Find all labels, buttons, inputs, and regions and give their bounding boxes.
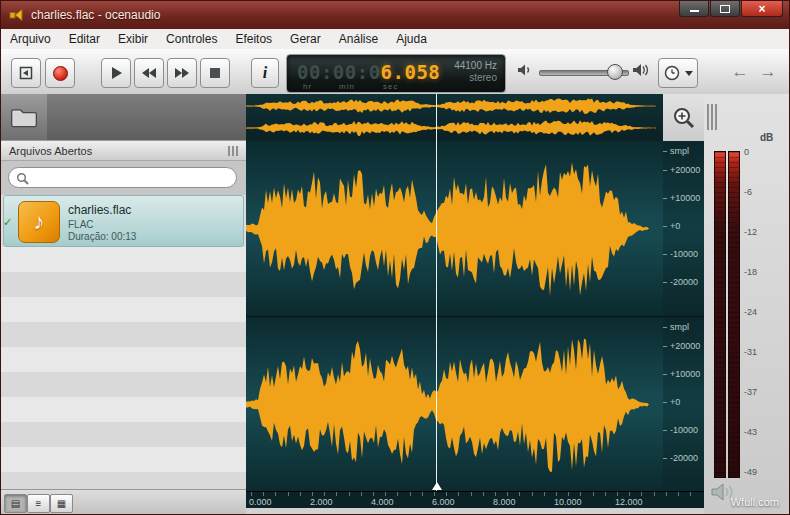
meter-db-tick: 0 <box>744 147 749 157</box>
timeline-label: 4.000 <box>371 497 394 507</box>
scale-label: +0 <box>670 397 680 407</box>
view-detail-button[interactable]: ▤ <box>4 494 27 513</box>
stop-button[interactable] <box>200 58 230 88</box>
meter-db-tick: -12 <box>744 227 757 237</box>
menu-item-controles[interactable]: Controles <box>157 29 226 49</box>
minimize-button[interactable] <box>679 1 709 17</box>
menu-item-gerar[interactable]: Gerar <box>281 29 330 49</box>
menu-item-editar[interactable]: Editar <box>60 29 109 49</box>
scale-tick <box>663 327 667 328</box>
audio-file-icon: ♪ <box>18 201 60 243</box>
search-icon <box>16 172 30 186</box>
waveform-channel-right[interactable] <box>246 316 663 491</box>
playhead-marker[interactable] <box>432 482 442 490</box>
open-files-tab[interactable] <box>1 94 47 140</box>
chevron-down-icon <box>685 71 693 76</box>
db-label: dB <box>760 132 773 143</box>
timeline-ticks <box>251 492 691 496</box>
meter-db-tick: -31 <box>744 347 757 357</box>
timeline-label: 2.000 <box>310 497 333 507</box>
time-display: 00:00:06.058 44100 Hz stereo hr min sec <box>286 54 506 93</box>
zoom-in-icon[interactable] <box>672 106 696 130</box>
sidebar-bottom-bar: ▤ ≡ ▦ <box>1 489 246 515</box>
watermark: Wfull.com <box>731 496 779 508</box>
arrow-left-icon: ← <box>732 62 749 82</box>
maximize-icon <box>720 5 730 13</box>
folder-icon <box>9 105 39 129</box>
menu-item-exibir[interactable]: Exibir <box>109 29 157 49</box>
volume-low-icon[interactable] <box>517 62 533 78</box>
go-to-start-button[interactable] <box>11 58 41 88</box>
rewind-button[interactable] <box>134 58 164 88</box>
scale-label: -10000 <box>670 425 698 435</box>
arrow-right-icon: → <box>760 62 777 82</box>
scale-label: smpl <box>670 146 689 156</box>
music-note-icon: ♪ <box>34 209 45 235</box>
file-list-empty-rows <box>1 247 246 489</box>
play-button[interactable] <box>101 58 131 88</box>
fast-forward-button[interactable] <box>167 58 197 88</box>
scale-label: +20000 <box>670 165 700 175</box>
maximize-button[interactable] <box>710 1 740 17</box>
unit-min-label: min <box>339 82 355 91</box>
scale-tick <box>663 282 667 283</box>
fast-forward-icon <box>173 64 191 82</box>
volume-slider-knob[interactable] <box>607 64 623 80</box>
view-grid-button[interactable]: ▦ <box>50 494 73 513</box>
check-icon: ✓ <box>3 216 12 229</box>
waveform-overview[interactable] <box>246 94 663 142</box>
title-bar[interactable]: charlies.flac - ocenaudio × <box>1 1 790 29</box>
timeline-label: 10.000 <box>554 497 582 507</box>
nav-forward-button[interactable]: → <box>755 60 781 84</box>
channel-right-wave <box>246 317 663 492</box>
menu-item-anlise[interactable]: Análise <box>330 29 387 49</box>
playhead-cursor[interactable] <box>436 94 437 491</box>
meter-db-tick: -37 <box>744 387 757 397</box>
meter-db-tick: -49 <box>744 467 757 477</box>
view-list-button[interactable]: ≡ <box>27 494 50 513</box>
channel-mode-label: stereo <box>469 72 497 83</box>
time-format-button[interactable] <box>658 58 698 88</box>
close-button[interactable]: × <box>741 1 783 17</box>
waveform-channel-left[interactable] <box>246 141 663 316</box>
record-button[interactable] <box>45 58 75 88</box>
menu-bar: ArquivoEditarExibirControlesEfeitosGerar… <box>1 29 790 50</box>
search-input[interactable] <box>35 170 229 187</box>
menu-item-efeitos[interactable]: Efeitos <box>226 29 281 49</box>
record-icon <box>53 66 68 81</box>
time-value: 6.058 <box>381 61 441 83</box>
scale-label: +0 <box>670 221 680 231</box>
unit-sec-label: sec <box>383 82 398 91</box>
scale-tick <box>663 254 667 255</box>
meter-db-tick: -6 <box>744 187 752 197</box>
menu-item-arquivo[interactable]: Arquivo <box>1 29 60 49</box>
panel-grip-icon[interactable] <box>228 146 238 156</box>
view-detail-icon: ▤ <box>11 498 20 509</box>
bottom-chrome <box>246 508 704 515</box>
timeline-label: 6.000 <box>432 497 455 507</box>
info-button[interactable]: i <box>251 58 279 88</box>
amplitude-scale-left: smpl+20000+10000+0-10000-20000 <box>663 141 704 316</box>
play-icon <box>107 64 125 82</box>
app-icon <box>9 7 25 23</box>
menu-item-ajuda[interactable]: Ajuda <box>387 29 436 49</box>
info-icon: i <box>263 64 267 82</box>
stop-icon <box>206 64 224 82</box>
volume-high-icon[interactable] <box>632 61 650 79</box>
amplitude-scale-right: smpl+20000+10000+0-10000-20000 <box>663 316 704 491</box>
scale-tick <box>663 198 667 199</box>
level-meter-right <box>728 151 740 478</box>
timeline-ruler[interactable]: 0.0002.0004.0006.0008.00010.00012.000 <box>246 491 704 508</box>
timeline-label: 8.000 <box>493 497 516 507</box>
search-zone <box>1 161 246 195</box>
rewind-icon <box>140 64 158 82</box>
scale-tick <box>663 402 667 403</box>
time-dim-digits: 00:00:0 <box>297 61 381 83</box>
nav-back-button[interactable]: ← <box>727 60 753 84</box>
meter-grip-icon[interactable] <box>707 104 717 130</box>
search-box[interactable] <box>8 167 237 188</box>
file-list-item[interactable]: ✓ ♪ charlies.flac FLAC Duração: 00:13 <box>3 195 244 247</box>
panel-header: Arquivos Abertos <box>1 140 246 161</box>
channel-left-wave <box>246 141 663 316</box>
toolbar: i 00:00:06.058 44100 Hz stereo hr min se… <box>1 49 790 95</box>
